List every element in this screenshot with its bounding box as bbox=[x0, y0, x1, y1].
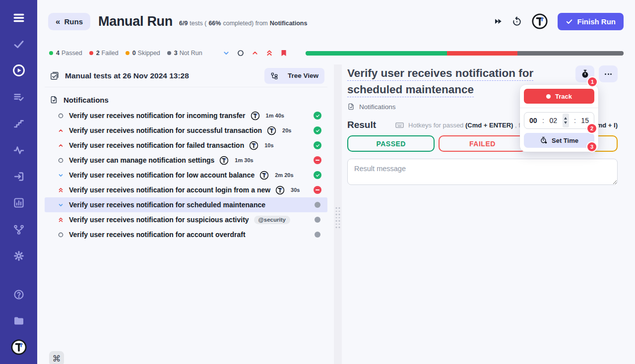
retry-timer-icon bbox=[512, 16, 522, 26]
sidebar-item-milestones[interactable] bbox=[9, 114, 29, 133]
steps-icon bbox=[13, 118, 25, 129]
sidebar-item-import[interactable] bbox=[9, 167, 29, 186]
back-to-runs-button[interactable]: « Runs bbox=[48, 13, 90, 30]
log-in-icon bbox=[13, 171, 25, 182]
test-title: Verify user receives notification for su… bbox=[69, 216, 249, 224]
sidebar bbox=[0, 0, 37, 364]
track-label: Track bbox=[555, 93, 572, 100]
document-check-icon bbox=[50, 95, 59, 104]
sidebar-item-tests[interactable] bbox=[9, 34, 29, 54]
sidebar-item-branches[interactable] bbox=[9, 220, 29, 239]
test-row[interactable]: Verify user receives notification for ac… bbox=[45, 182, 327, 197]
document-check-icon bbox=[347, 103, 355, 111]
filter-priority-highest-button[interactable] bbox=[265, 49, 273, 57]
keyboard-icon bbox=[395, 121, 404, 130]
timer-button[interactable]: 1 bbox=[575, 65, 594, 82]
priority-normal-icon bbox=[58, 113, 64, 119]
status-passed-icon bbox=[314, 112, 321, 120]
test-row[interactable]: Verify user receives notification for lo… bbox=[45, 168, 327, 182]
priority-high-icon bbox=[58, 127, 64, 134]
test-row[interactable]: Verify user receives notification for ac… bbox=[45, 227, 327, 242]
test-duration: 30s bbox=[291, 187, 300, 193]
finish-run-button[interactable]: Finish Run bbox=[558, 13, 624, 30]
result-message-input[interactable] bbox=[347, 159, 618, 185]
sidebar-item-activity[interactable] bbox=[9, 140, 29, 160]
status-not_run-icon bbox=[315, 217, 320, 223]
test-row[interactable]: Verify user receives notification for su… bbox=[45, 212, 327, 227]
topbar: « Runs Manual Run 6/9tests (66%completed… bbox=[48, 10, 624, 32]
retry-timer-button[interactable] bbox=[512, 16, 522, 26]
time-stepper[interactable] bbox=[563, 114, 569, 127]
circle-icon bbox=[237, 49, 245, 57]
time-hours[interactable]: 00 bbox=[529, 117, 537, 124]
test-duration: 2m 20s bbox=[275, 172, 293, 178]
filter-priority-high-button[interactable] bbox=[251, 49, 259, 57]
sidebar-item-plans[interactable] bbox=[9, 87, 29, 107]
suite-group-header[interactable]: Notifications bbox=[45, 95, 327, 104]
status-passed-icon bbox=[314, 171, 321, 179]
record-dot-icon bbox=[546, 94, 551, 99]
testomat-logo-icon bbox=[219, 156, 229, 165]
sidebar-item-projects[interactable] bbox=[9, 311, 29, 330]
test-duration: 20s bbox=[282, 127, 291, 133]
page-title: Manual Run bbox=[98, 14, 173, 29]
status-bar: 4Passed2Failed0Skipped3Not Run bbox=[49, 49, 624, 58]
time-seconds[interactable]: 15 bbox=[581, 117, 589, 124]
clipboard-check-icon bbox=[50, 71, 60, 81]
test-title: Verify user can manage notification sett… bbox=[69, 156, 214, 164]
test-tag: @security bbox=[254, 216, 290, 224]
testomat-logo-icon bbox=[267, 126, 276, 135]
time-minutes[interactable]: 02 bbox=[549, 117, 557, 124]
app-logo-icon bbox=[531, 13, 548, 30]
status-failed-icon bbox=[314, 186, 321, 194]
sidebar-item-logo[interactable] bbox=[9, 338, 29, 357]
testomat-logo-icon bbox=[275, 185, 285, 195]
test-row[interactable]: Verify user can manage notification sett… bbox=[45, 153, 327, 168]
time-colon: : bbox=[542, 117, 544, 124]
test-duration: 10s bbox=[264, 142, 273, 148]
fast-forward-button[interactable] bbox=[494, 17, 503, 26]
testomat-logo-icon bbox=[259, 171, 269, 180]
sidebar-item-menu[interactable] bbox=[9, 8, 29, 27]
sidebar-item-runs[interactable] bbox=[9, 61, 29, 80]
check-icon bbox=[566, 18, 573, 25]
bookmark-icon bbox=[280, 49, 288, 57]
tree-view-icon bbox=[270, 72, 278, 80]
sidebar-item-help[interactable] bbox=[9, 285, 29, 304]
test-row[interactable]: Verify user receives notification for in… bbox=[45, 108, 327, 123]
test-title: Verify user receives notification for lo… bbox=[69, 171, 254, 179]
test-title: Verify user receives notification for fa… bbox=[69, 141, 244, 149]
sidebar-item-settings[interactable] bbox=[9, 246, 29, 266]
priority-highest-icon bbox=[58, 217, 64, 223]
stats-percent: 66% bbox=[208, 20, 221, 27]
test-title: Verify user receives notification for in… bbox=[69, 112, 246, 120]
filter-priority-low-button[interactable] bbox=[222, 49, 230, 57]
time-input[interactable]: 00 : 02 : 15 2 bbox=[524, 112, 594, 129]
stepper-up-icon[interactable] bbox=[564, 117, 567, 120]
tree-view-button[interactable]: Tree View bbox=[264, 68, 324, 84]
stepper-down-icon[interactable] bbox=[564, 121, 567, 124]
track-button[interactable]: Track bbox=[524, 89, 594, 104]
stats-fraction: 6/9 bbox=[179, 20, 188, 27]
run-stats: 6/9tests (66%completed) fromNotification… bbox=[179, 20, 309, 27]
test-row[interactable]: Verify user receives notification for su… bbox=[45, 123, 327, 138]
command-hotkeys-button[interactable]: ⌘ bbox=[49, 351, 64, 364]
status-not_run-icon bbox=[315, 232, 320, 238]
sidebar-item-analytics[interactable] bbox=[9, 193, 29, 213]
status-count-passed: 4Passed bbox=[49, 50, 82, 57]
progress-segment-not_run bbox=[517, 51, 624, 56]
result-passed-button[interactable]: PASSED bbox=[347, 135, 435, 152]
test-row[interactable]: Verify user receives notification for fa… bbox=[45, 138, 327, 153]
panel-splitter[interactable] bbox=[334, 64, 342, 364]
result-failed-button[interactable]: FAILED bbox=[439, 135, 526, 152]
filter-bookmark-button[interactable] bbox=[280, 49, 288, 57]
check-icon bbox=[13, 38, 25, 50]
filter-priority-normal-button[interactable] bbox=[237, 49, 245, 57]
set-time-button[interactable]: Set Time 3 bbox=[524, 133, 594, 148]
hint-badge-2: 2 bbox=[587, 124, 596, 133]
more-options-button[interactable] bbox=[599, 65, 618, 82]
priority-highest-icon bbox=[58, 187, 64, 193]
progress-segment-passed bbox=[306, 51, 447, 56]
run-list-title: Manual tests at 26 Nov 2024 13:28 bbox=[65, 71, 189, 80]
test-row[interactable]: Verify user receives notification for sc… bbox=[45, 197, 327, 212]
